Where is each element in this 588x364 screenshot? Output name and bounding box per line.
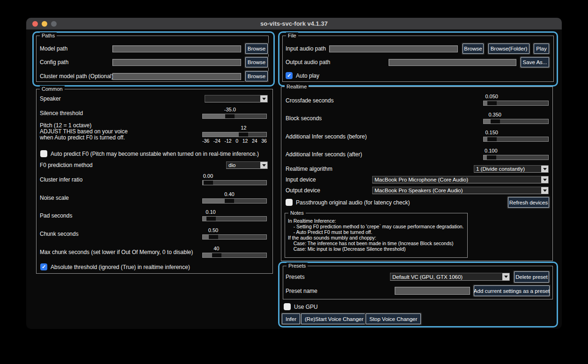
paths-group-label: Paths [40, 32, 57, 39]
output-audio-path-label: Output audio path [286, 59, 330, 66]
absolute-threshold-label: Absolute threshold (ignored (True) in re… [51, 264, 190, 270]
chunk-seconds-slider[interactable]: 0.50 [202, 234, 267, 240]
presets-dropdown-value: Default VC (GPU, GTX 1060) [392, 274, 463, 280]
cluster-model-path-input[interactable] [112, 73, 241, 80]
silence-threshold-label: Silence threshold [40, 110, 83, 116]
passthrough-checkbox[interactable] [286, 199, 293, 206]
silence-threshold-value: -35.0 [224, 107, 236, 112]
dropdown-arrow-icon[interactable] [541, 187, 548, 194]
config-path-input[interactable] [112, 59, 241, 66]
dropdown-arrow-icon[interactable] [502, 273, 509, 280]
slider-handle[interactable] [487, 137, 497, 141]
presets-group-label: Presets [287, 262, 308, 269]
max-chunk-seconds-label: Max chunk seconds (set lower if Out Of M… [40, 249, 193, 255]
realtime-algorithm-dropdown[interactable]: 1 (Divide constantly) [474, 165, 549, 173]
add-preset-button[interactable]: Add current settings as a preset [474, 285, 550, 296]
window-title: so-vits-svc-fork v4.1.37 [26, 20, 562, 27]
output-audio-save-as-button[interactable]: Save As... [521, 57, 549, 67]
dropdown-arrow-icon[interactable] [541, 176, 548, 183]
model-path-browse-button[interactable]: Browse [245, 44, 268, 54]
pad-seconds-slider[interactable]: 0.10 [202, 216, 267, 221]
input-audio-path-input[interactable] [329, 45, 458, 52]
pad-seconds-value: 0.10 [206, 209, 215, 215]
infer-button[interactable]: Infer [282, 313, 300, 324]
auto-predict-f0-checkbox[interactable] [40, 150, 47, 157]
crossfade-seconds-label: Crossfade seconds [286, 98, 334, 104]
crossfade-seconds-slider[interactable]: 0.050 [483, 101, 549, 106]
stop-voice-changer-button[interactable]: Stop Voice Changer [366, 313, 421, 324]
speaker-label: Speaker [40, 96, 61, 102]
notes-group-label: Notes [288, 210, 306, 216]
slider-handle[interactable] [209, 235, 218, 239]
config-path-label: Config path [40, 59, 68, 66]
slider-handle[interactable] [204, 181, 213, 185]
absolute-threshold-checkbox[interactable]: ✓ [40, 263, 47, 270]
slider-handle[interactable] [487, 155, 496, 160]
input-audio-browse-button[interactable]: Browse [463, 44, 484, 54]
pitch-slider[interactable]: 12 -36-24-120122436 [202, 132, 267, 137]
additional-infer-after-slider[interactable]: 0.100 [483, 155, 549, 160]
cluster-infer-ratio-value: 0.00 [203, 173, 213, 179]
additional-infer-after-label: Additional Infer seconds (after) [286, 152, 362, 158]
output-device-value: MacBook Pro Speakers (Core Audio) [375, 188, 463, 193]
input-audio-path-label: Input audio path [286, 46, 326, 52]
notes-group: Notes In Realtime Inference: - Setting F… [285, 213, 468, 258]
slider-handle[interactable] [487, 101, 497, 105]
f0-prediction-method-dropdown[interactable]: dio [226, 161, 268, 169]
cluster-infer-ratio-label: Cluster infer ratio [40, 177, 82, 183]
max-chunk-seconds-slider[interactable]: 40 [202, 253, 267, 258]
check-icon: ✓ [287, 73, 291, 79]
check-icon: ✓ [42, 264, 46, 270]
input-device-value: MacBook Pro Microphone (Core Audio) [375, 177, 468, 182]
speaker-dropdown[interactable] [205, 95, 268, 102]
slider-handle[interactable] [491, 119, 500, 124]
block-seconds-label: Block seconds [286, 116, 322, 122]
additional-infer-before-label: Additional Infer seconds (before) [286, 134, 367, 140]
use-gpu-checkbox[interactable] [284, 303, 291, 310]
block-seconds-slider[interactable]: 0.350 [483, 119, 549, 124]
input-device-dropdown[interactable]: MacBook Pro Microphone (Core Audio) [372, 176, 549, 183]
restart-voice-changer-button[interactable]: (Re)Start Voice Changer [301, 313, 367, 324]
realtime-algorithm-label: Realtime algorithm [286, 166, 332, 172]
auto-play-label: Auto play [296, 73, 319, 79]
noise-scale-label: Noise scale [40, 195, 69, 201]
additional-infer-before-value: 0.150 [485, 130, 498, 135]
model-path-input[interactable] [112, 45, 241, 52]
dropdown-arrow-icon[interactable] [541, 166, 548, 172]
output-device-label: Output device [286, 188, 320, 194]
input-audio-play-button[interactable]: Play [534, 44, 549, 54]
cluster-infer-ratio-slider[interactable]: 0.00 [202, 180, 267, 185]
dropdown-arrow-icon[interactable] [260, 95, 267, 102]
slider-handle[interactable] [225, 114, 235, 118]
additional-infer-after-value: 0.100 [485, 148, 498, 153]
refresh-devices-button[interactable]: Refresh devices [508, 197, 549, 208]
pad-seconds-label: Pad seconds [40, 213, 72, 219]
slider-handle[interactable] [212, 253, 221, 257]
config-path-browse-button[interactable]: Browse [245, 57, 268, 67]
presets-label: Presets [286, 274, 305, 280]
auto-play-checkbox[interactable]: ✓ [286, 72, 293, 79]
title-bar[interactable]: so-vits-svc-fork v4.1.37 [26, 18, 562, 29]
pitch-label-line3: when Auto predict F0 is turned off. [40, 135, 125, 141]
noise-scale-slider[interactable]: 0.40 [202, 198, 267, 204]
slider-handle[interactable] [225, 199, 234, 203]
preset-name-input[interactable] [395, 287, 470, 295]
output-audio-path-input[interactable] [389, 59, 516, 66]
silence-threshold-slider[interactable]: -35.0 [202, 114, 267, 119]
common-group-label: Common [40, 86, 65, 92]
dropdown-arrow-icon[interactable] [260, 162, 267, 168]
passthrough-label: Passthrough original audio (for latency … [296, 200, 410, 206]
output-device-dropdown[interactable]: MacBook Pro Speakers (Core Audio) [372, 187, 549, 194]
model-path-label: Model path [40, 46, 67, 52]
cluster-model-path-browse-button[interactable]: Browse [245, 71, 268, 81]
input-audio-browse-folder-button[interactable]: Browse(Folder) [488, 44, 529, 54]
notes-text: In Realtime Inference: - Setting F0 pred… [288, 218, 464, 252]
f0-method-dropdown-value: dio [228, 162, 235, 168]
slider-handle[interactable] [239, 132, 248, 137]
delete-preset-button[interactable]: Delete preset [514, 271, 549, 283]
presets-dropdown[interactable]: Default VC (GPU, GTX 1060) [390, 273, 510, 281]
max-chunk-seconds-value: 40 [213, 246, 219, 251]
additional-infer-before-slider[interactable]: 0.150 [483, 137, 549, 142]
slider-handle[interactable] [206, 217, 216, 221]
noise-scale-value: 0.40 [224, 191, 234, 197]
